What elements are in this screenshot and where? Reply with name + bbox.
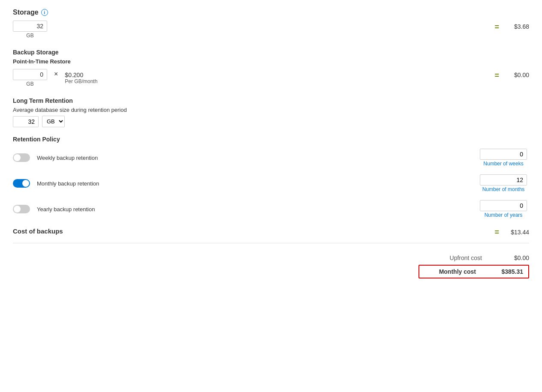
- monthly-toggle-label: Monthly backup retention: [37, 180, 105, 187]
- weekly-toggle[interactable]: [13, 153, 30, 162]
- monthly-input-group: Number of months: [478, 174, 529, 192]
- yearly-input-group: Number of years: [478, 200, 529, 218]
- backup-storage-title: Backup Storage: [13, 49, 529, 56]
- pitr-value-input[interactable]: [13, 69, 47, 80]
- storage-unit-label: GB: [26, 33, 33, 39]
- avg-db-size-label: Average database size during retention p…: [13, 107, 529, 113]
- monthly-retention-row: Monthly backup retention Number of month…: [13, 174, 529, 192]
- weekly-input-label: Number of weeks: [483, 161, 523, 167]
- yearly-input-label: Number of years: [485, 212, 523, 218]
- summary-section: Upfront cost $0.00 Monthly cost $385.31: [13, 250, 529, 278]
- cost-backups-value: $13.44: [503, 229, 529, 236]
- pitr-unit-label: GB: [26, 81, 33, 87]
- storage-equals: =: [494, 23, 499, 31]
- pitr-multiply: ×: [54, 70, 58, 78]
- avg-db-size-unit-select[interactable]: GB TB: [42, 116, 65, 127]
- weekly-value-input[interactable]: [480, 149, 527, 160]
- avg-db-size-input[interactable]: [13, 116, 39, 127]
- point-in-time-title: Point-In-Time Restore: [13, 58, 529, 65]
- storage-title-text: Storage: [13, 9, 39, 16]
- weekly-retention-row: Weekly backup retention Number of weeks: [13, 149, 529, 167]
- weekly-toggle-label: Weekly backup retention: [37, 155, 105, 161]
- summary-divider: [13, 243, 529, 243]
- storage-title: Storage i: [13, 9, 529, 16]
- retention-policy-title: Retention Policy: [13, 136, 529, 143]
- monthly-cost-label: Monthly cost: [425, 268, 476, 275]
- storage-cost: $3.68: [503, 23, 529, 30]
- upfront-cost-label: Upfront cost: [431, 254, 482, 261]
- monthly-value-input[interactable]: [480, 174, 527, 186]
- monthly-input-label: Number of months: [482, 186, 525, 192]
- pitr-rate: $0.200: [65, 72, 97, 78]
- monthly-toggle[interactable]: [13, 179, 30, 188]
- ltr-title: Long Term Retention: [13, 97, 529, 104]
- upfront-cost-value: $0.00: [499, 254, 529, 261]
- monthly-cost-row: Monthly cost $385.31: [419, 265, 529, 278]
- pitr-input-group: GB: [13, 69, 47, 87]
- yearly-toggle[interactable]: [13, 205, 30, 213]
- cost-backups-label: Cost of backups: [13, 227, 63, 235]
- yearly-value-input[interactable]: [480, 200, 527, 211]
- upfront-cost-row: Upfront cost $0.00: [431, 254, 529, 261]
- avg-db-size-row: GB TB: [13, 116, 529, 127]
- storage-info-icon[interactable]: i: [41, 9, 48, 16]
- storage-input-group: GB: [13, 21, 47, 39]
- yearly-retention-row: Yearly backup retention Number of years: [13, 200, 529, 218]
- weekly-input-group: Number of weeks: [478, 149, 529, 167]
- pitr-cost: $0.00: [503, 72, 529, 78]
- cost-backups-equals: =: [494, 228, 499, 236]
- pitr-equals: =: [494, 72, 499, 79]
- monthly-cost-value: $385.31: [493, 268, 523, 275]
- pitr-rate-block: $0.200 Per GB/month: [65, 72, 97, 84]
- storage-value-input[interactable]: [13, 21, 47, 32]
- yearly-toggle-label: Yearly backup retention: [37, 206, 105, 212]
- pitr-rate-label: Per GB/month: [65, 78, 97, 84]
